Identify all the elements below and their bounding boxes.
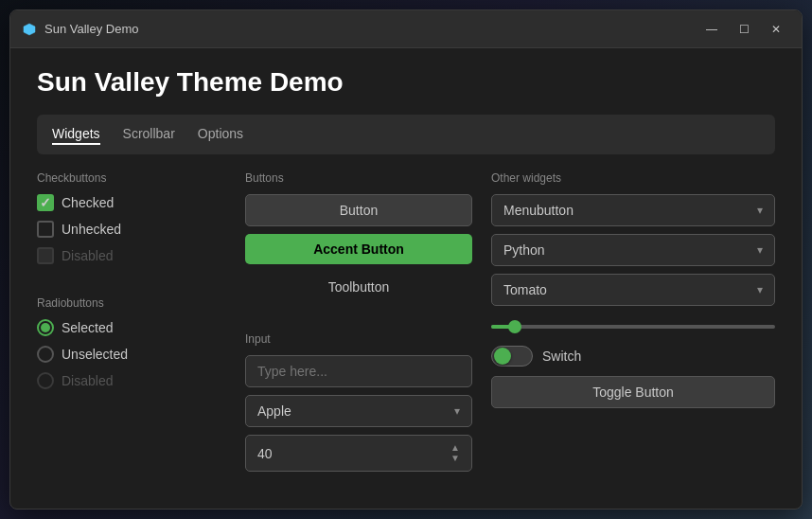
right-column: Other widgets Menubutton ▾ Python ▾ Toma…	[491, 171, 775, 486]
minimize-button[interactable]: —	[697, 18, 726, 41]
menubutton-dropdown[interactable]: Menubutton ▾	[491, 194, 775, 226]
tab-scrollbar[interactable]: Scrollbar	[123, 124, 175, 145]
list-item: Disabled	[37, 372, 226, 389]
python-arrow-icon: ▾	[757, 243, 763, 257]
tomato-dropdown[interactable]: Tomato ▾	[491, 274, 775, 306]
radio-inner-icon	[41, 323, 50, 332]
main-content: Sun Valley Theme Demo Widgets Scrollbar …	[10, 48, 802, 509]
other-widgets-label: Other widgets	[491, 171, 775, 185]
radio-unselected[interactable]	[37, 346, 54, 363]
titlebar: Sun Valley Demo — ☐ ✕	[10, 10, 802, 48]
slider-container	[491, 313, 775, 342]
toggle-button[interactable]: Toggle Button	[491, 376, 775, 408]
tab-widgets[interactable]: Widgets	[52, 124, 100, 145]
input-section: Input Apple ▾ 40 ▲ ▼	[245, 332, 472, 472]
number-arrows: ▲ ▼	[450, 443, 460, 463]
disabled-label: Disabled	[62, 248, 113, 263]
radio-selected[interactable]	[37, 319, 54, 336]
list-item: Unhecked	[37, 221, 226, 238]
checkbox-disabled	[37, 247, 54, 264]
list-item: Unselected	[37, 346, 226, 363]
unselected-label: Unselected	[62, 347, 128, 362]
app-window: Sun Valley Demo — ☐ ✕ Sun Valley Theme D…	[9, 9, 803, 510]
tomato-value: Tomato	[503, 282, 547, 297]
app-icon	[22, 22, 37, 37]
switch-label: Switch	[542, 349, 581, 364]
slider-track[interactable]	[491, 325, 775, 329]
radio-disabled-label: Disabled	[62, 373, 113, 388]
switch-toggle[interactable]	[491, 346, 533, 367]
list-item: Selected	[37, 319, 226, 336]
tomato-arrow-icon: ▾	[757, 283, 763, 296]
checked-label: Checked	[62, 195, 114, 210]
switch-container: Switch	[491, 346, 775, 367]
checkbuttons-label: Checkbuttons	[37, 171, 226, 185]
python-dropdown[interactable]: Python ▾	[491, 234, 775, 266]
accent-button[interactable]: Accent Button	[245, 234, 472, 264]
up-arrow-icon[interactable]: ▲	[450, 443, 460, 453]
titlebar-left: Sun Valley Demo	[22, 22, 138, 37]
switch-thumb-icon	[494, 348, 511, 365]
down-arrow-icon[interactable]: ▼	[450, 454, 460, 463]
text-input[interactable]	[245, 355, 472, 387]
list-item: ✓ Checked	[37, 194, 226, 211]
radiobuttons-label: Radiobuttons	[37, 296, 226, 310]
normal-button[interactable]: Button	[245, 194, 472, 226]
dropdown-arrow-icon: ▾	[454, 404, 460, 418]
buttons-label: Buttons	[245, 171, 472, 185]
maximize-button[interactable]: ☐	[730, 18, 758, 41]
slider-thumb[interactable]	[508, 320, 521, 333]
unchecked-label: Unhecked	[62, 222, 121, 237]
checkbuttons-section: Checkbuttons ✓ Checked Unhecked Disabled	[37, 171, 226, 274]
content-area: Checkbuttons ✓ Checked Unhecked Disabled	[37, 171, 775, 486]
window-title: Sun Valley Demo	[44, 22, 138, 36]
checkbox-checked[interactable]: ✓	[37, 194, 54, 211]
mid-column: Buttons Button Accent Button Toolbutton …	[245, 171, 472, 486]
tabs-container: Widgets Scrollbar Options	[37, 115, 775, 154]
left-column: Checkbuttons ✓ Checked Unhecked Disabled	[37, 171, 226, 486]
apple-dropdown-value: Apple	[257, 403, 291, 419]
menubutton-value: Menubutton	[503, 203, 574, 218]
number-value: 40	[257, 446, 273, 461]
checkmark-icon: ✓	[40, 195, 51, 210]
python-value: Python	[503, 242, 545, 258]
window-controls: — ☐ ✕	[697, 18, 790, 41]
radiobuttons-section: Radiobuttons Selected Unselected Disable…	[37, 296, 226, 399]
svg-marker-0	[24, 24, 35, 35]
other-widgets-section: Other widgets Menubutton ▾ Python ▾ Toma…	[491, 171, 775, 408]
number-spinbox[interactable]: 40 ▲ ▼	[245, 435, 472, 472]
selected-label: Selected	[62, 320, 113, 335]
menubutton-arrow-icon: ▾	[757, 204, 763, 217]
close-button[interactable]: ✕	[762, 18, 790, 41]
input-label: Input	[245, 332, 472, 346]
tabs: Widgets Scrollbar Options	[52, 124, 760, 145]
tool-button[interactable]: Toolbutton	[245, 272, 472, 302]
tab-options[interactable]: Options	[198, 124, 243, 145]
buttons-section: Buttons Button Accent Button Toolbutton	[245, 171, 472, 310]
apple-dropdown[interactable]: Apple ▾	[245, 395, 472, 427]
page-title: Sun Valley Theme Demo	[37, 67, 775, 98]
checkbox-unchecked[interactable]	[37, 221, 54, 238]
radio-disabled	[37, 372, 54, 389]
list-item: Disabled	[37, 247, 226, 264]
